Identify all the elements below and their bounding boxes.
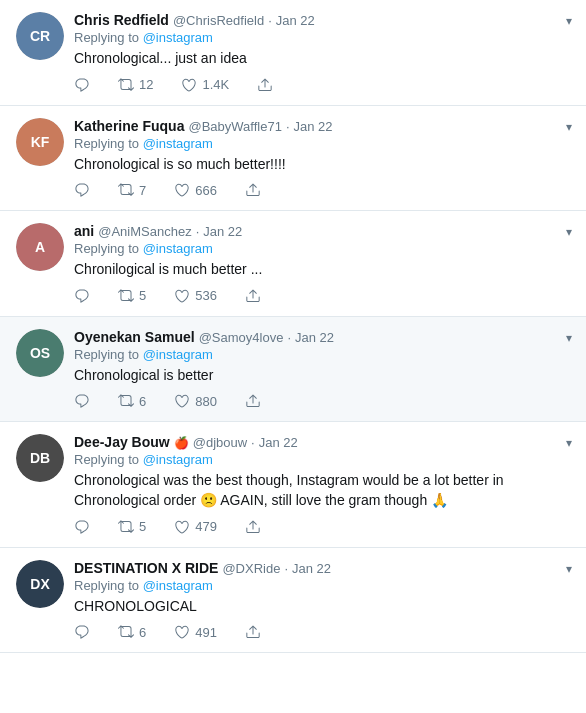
like-action[interactable]: 880: [174, 393, 217, 409]
replying-to-link[interactable]: @instagram: [143, 136, 213, 151]
retweet-icon: [118, 182, 134, 198]
dm-action[interactable]: [257, 77, 273, 93]
tweet-date[interactable]: Jan 22: [295, 330, 334, 345]
separator-dot: ·: [287, 330, 291, 345]
tweet-menu-chevron[interactable]: ▾: [566, 436, 572, 450]
dm-action[interactable]: [245, 288, 261, 304]
twitter-handle[interactable]: @AniMSanchez: [98, 224, 191, 239]
tweet-item: ▾OSOyenekan Samuel@Samoy4love·Jan 22Repl…: [0, 317, 586, 423]
retweet-action[interactable]: 5: [118, 519, 146, 535]
dm-action[interactable]: [245, 624, 261, 640]
tweet-content: DESTINATION X RIDE@DXRide·Jan 22Replying…: [74, 560, 570, 641]
twitter-handle[interactable]: @DXRide: [222, 561, 280, 576]
separator-dot: ·: [196, 224, 200, 239]
replying-to-link[interactable]: @instagram: [143, 241, 213, 256]
dm-icon: [245, 519, 261, 535]
tweet-content: Chris Redfield@ChrisRedfield·Jan 22Reply…: [74, 12, 570, 93]
tweet-text: Chronological is so much better!!!!: [74, 155, 570, 175]
tweet-menu-chevron[interactable]: ▾: [566, 562, 572, 576]
tweet-header: Katherine Fuqua@BabyWaffle71·Jan 22: [74, 118, 570, 134]
like-count: 491: [195, 625, 217, 640]
tweet-actions: 6491: [74, 624, 570, 640]
separator-dot: ·: [284, 561, 288, 576]
avatar[interactable]: DX: [16, 560, 64, 608]
retweet-action[interactable]: 5: [118, 288, 146, 304]
like-action[interactable]: 536: [174, 288, 217, 304]
retweet-count: 5: [139, 288, 146, 303]
retweet-action[interactable]: 6: [118, 624, 146, 640]
display-name[interactable]: Chris Redfield: [74, 12, 169, 28]
replying-to-link[interactable]: @instagram: [143, 30, 213, 45]
replying-to-link[interactable]: @instagram: [143, 347, 213, 362]
tweet-text: Chronological is better: [74, 366, 570, 386]
tweet-content: Oyenekan Samuel@Samoy4love·Jan 22Replyin…: [74, 329, 570, 410]
tweet-date[interactable]: Jan 22: [294, 119, 333, 134]
tweet-item: ▾Aani@AniMSanchez·Jan 22Replying to @ins…: [0, 211, 586, 317]
tweet-actions: 5479: [74, 519, 570, 535]
retweet-count: 7: [139, 183, 146, 198]
like-icon: [174, 288, 190, 304]
reply-action[interactable]: [74, 624, 90, 640]
tweet-item: ▾KFKatherine Fuqua@BabyWaffle71·Jan 22Re…: [0, 106, 586, 212]
like-count: 1.4K: [202, 77, 229, 92]
tweet-date[interactable]: Jan 22: [259, 435, 298, 450]
tweet-date[interactable]: Jan 22: [276, 13, 315, 28]
reply-action[interactable]: [74, 393, 90, 409]
like-action[interactable]: 479: [174, 519, 217, 535]
dm-icon: [245, 288, 261, 304]
display-name[interactable]: Katherine Fuqua: [74, 118, 184, 134]
tweet-actions: 6880: [74, 393, 570, 409]
retweet-action[interactable]: 7: [118, 182, 146, 198]
tweet-menu-chevron[interactable]: ▾: [566, 331, 572, 345]
avatar[interactable]: OS: [16, 329, 64, 377]
tweet-date[interactable]: Jan 22: [203, 224, 242, 239]
tweet-menu-chevron[interactable]: ▾: [566, 225, 572, 239]
like-action[interactable]: 491: [174, 624, 217, 640]
reply-action[interactable]: [74, 519, 90, 535]
reply-action[interactable]: [74, 77, 90, 93]
like-action[interactable]: 1.4K: [181, 77, 229, 93]
tweet-text: Chronological... just an idea: [74, 49, 570, 69]
tweet-actions: 5536: [74, 288, 570, 304]
replying-to-link[interactable]: @instagram: [143, 578, 213, 593]
display-name[interactable]: DESTINATION X RIDE: [74, 560, 218, 576]
twitter-handle[interactable]: @Samoy4love: [199, 330, 284, 345]
dm-action[interactable]: [245, 182, 261, 198]
twitter-handle[interactable]: @djbouw: [193, 435, 247, 450]
reply-action[interactable]: [74, 182, 90, 198]
retweet-count: 6: [139, 394, 146, 409]
avatar[interactable]: KF: [16, 118, 64, 166]
display-name[interactable]: Oyenekan Samuel: [74, 329, 195, 345]
dm-icon: [245, 393, 261, 409]
tweet-actions: 7666: [74, 182, 570, 198]
display-name[interactable]: ani: [74, 223, 94, 239]
verified-icon: 🍎: [174, 436, 189, 450]
retweet-action[interactable]: 12: [118, 77, 153, 93]
retweet-count: 12: [139, 77, 153, 92]
retweet-action[interactable]: 6: [118, 393, 146, 409]
avatar[interactable]: A: [16, 223, 64, 271]
dm-action[interactable]: [245, 519, 261, 535]
dm-action[interactable]: [245, 393, 261, 409]
like-count: 880: [195, 394, 217, 409]
twitter-handle[interactable]: @ChrisRedfield: [173, 13, 264, 28]
tweet-menu-chevron[interactable]: ▾: [566, 120, 572, 134]
tweets-list: ▾CRChris Redfield@ChrisRedfield·Jan 22Re…: [0, 0, 586, 653]
like-action[interactable]: 666: [174, 182, 217, 198]
tweet-date[interactable]: Jan 22: [292, 561, 331, 576]
dm-icon: [257, 77, 273, 93]
dm-icon: [245, 182, 261, 198]
separator-dot: ·: [268, 13, 272, 28]
tweet-content: ani@AniMSanchez·Jan 22Replying to @insta…: [74, 223, 570, 304]
avatar[interactable]: DB: [16, 434, 64, 482]
display-name[interactable]: Dee-Jay Bouw: [74, 434, 170, 450]
replying-to-link[interactable]: @instagram: [143, 452, 213, 467]
retweet-icon: [118, 288, 134, 304]
tweet-menu-chevron[interactable]: ▾: [566, 14, 572, 28]
reply-action[interactable]: [74, 288, 90, 304]
like-icon: [174, 393, 190, 409]
retweet-icon: [118, 519, 134, 535]
twitter-handle[interactable]: @BabyWaffle71: [188, 119, 281, 134]
avatar[interactable]: CR: [16, 12, 64, 60]
replying-to: Replying to @instagram: [74, 578, 570, 593]
